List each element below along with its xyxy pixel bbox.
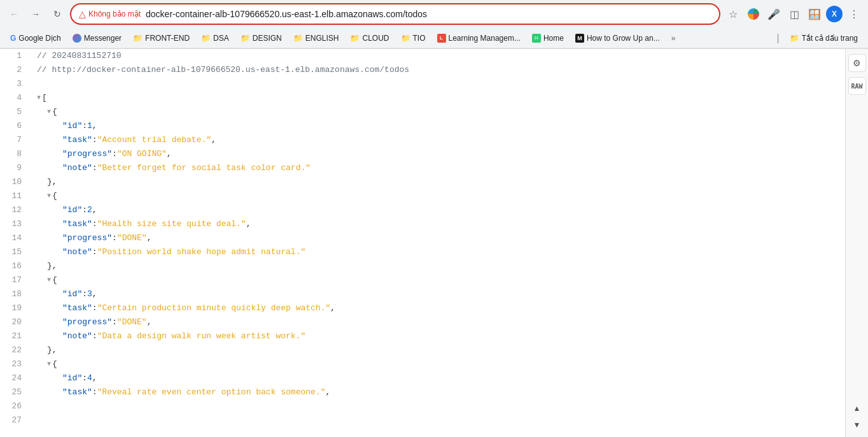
browser-chrome: ← → ↻ △ Không bảo mật docker-container-a… (0, 0, 868, 49)
extensions-button[interactable]: 🪟 (806, 5, 823, 23)
key-id-1: "id" (62, 119, 82, 133)
json-line-1: // 20240831152710 (32, 49, 845, 63)
val-task-1: "Account trial debate." (97, 133, 211, 147)
bookmarks-bar: G Google Dịch Messenger 📁 FRONT-END 📁 DS… (0, 28, 868, 48)
json-line-19: "task" : "Certain production minute quic… (32, 301, 845, 315)
turn-off-bookmarks-button[interactable]: 📁 Tắt cả dấu trang (785, 31, 863, 46)
content-area: 1 2 3 4 5 6 7 8 9 10 11 12 13 14 15 16 1… (0, 49, 868, 437)
comment-2: // http://docker-container-alb-107966652… (37, 63, 409, 77)
obj-2-open: { (52, 189, 57, 203)
val-note-2: "Position world shake hope admit natural… (97, 245, 306, 259)
security-warning-text: Không bảo mật (88, 10, 141, 18)
json-line-4: [ (32, 91, 845, 105)
obj-1-close: }, (47, 175, 57, 189)
bookmark-home[interactable]: H Home (527, 31, 569, 46)
json-line-20: "progress" : "DONE" , (32, 315, 845, 329)
key-id-3: "id" (62, 287, 82, 301)
toggle-obj-4[interactable] (47, 357, 51, 371)
val-task-2: "Health size site quite deal." (97, 217, 246, 231)
key-id-4: "id" (62, 371, 82, 385)
line-num-26: 26 (0, 399, 27, 413)
line-numbers: 1 2 3 4 5 6 7 8 9 10 11 12 13 14 15 16 1… (0, 49, 32, 437)
nav-bar: ← → ↻ △ Không bảo mật docker-container-a… (0, 0, 868, 28)
bookmark-label-tio: TIO (413, 34, 426, 43)
screen-cast-button[interactable]: ◫ (785, 5, 803, 23)
json-line-21: "note" : "Data a design walk run week ar… (32, 329, 845, 343)
bookmark-label-how-to-grow: How to Grow Up an... (587, 34, 660, 43)
toggle-obj-3[interactable] (47, 273, 51, 287)
bookmark-design[interactable]: 📁 DESIGN (235, 31, 287, 46)
val-task-3: "Certain production minute quickly deep … (97, 301, 331, 315)
line-num-15: 15 (0, 245, 27, 259)
bookmarks-more-button[interactable]: » (668, 32, 680, 44)
json-line-13: "task" : "Health size site quite deal." … (32, 217, 845, 231)
microphone-button[interactable]: 🎤 (765, 5, 783, 23)
line-num-8: 8 (0, 147, 27, 161)
line-num-7: 7 (0, 133, 27, 147)
line-num-3: 3 (0, 77, 27, 91)
json-line-6: "id" : 1 , (32, 119, 845, 133)
bookmark-label-learning: Learning Managem... (449, 34, 521, 43)
line-num-12: 12 (0, 203, 27, 217)
bookmark-english[interactable]: 📁 ENGLISH (288, 31, 344, 46)
json-line-23: { (32, 357, 845, 371)
line-num-11: 11 (0, 189, 27, 203)
forward-button[interactable]: → (27, 5, 45, 23)
folder-icon-frontend: 📁 (133, 34, 143, 43)
right-sidebar: ⚙ RAW ▲ ▼ (845, 49, 868, 437)
menu-button[interactable]: ⋮ (845, 5, 863, 23)
reload-button[interactable]: ↻ (48, 5, 66, 23)
key-progress-3: "progress" (62, 315, 112, 329)
bookmark-messenger[interactable]: Messenger (67, 31, 127, 46)
folder-icon-english: 📁 (293, 34, 303, 43)
line-num-17: 17 (0, 273, 27, 287)
obj-3-open: { (52, 273, 57, 287)
bookmark-cloud[interactable]: 📁 CLOUD (345, 31, 394, 46)
bookmark-learning[interactable]: L Learning Managem... (432, 31, 526, 46)
back-button[interactable]: ← (5, 5, 23, 23)
bookmark-how-to-grow[interactable]: M How to Grow Up an... (570, 31, 665, 46)
bookmark-label-home: Home (543, 34, 564, 43)
json-line-22: }, (32, 343, 845, 357)
json-line-18: "id" : 3 , (32, 287, 845, 301)
json-line-14: "progress" : "DONE" , (32, 231, 845, 245)
val-progress-3: "DONE" (117, 315, 147, 329)
line-num-18: 18 (0, 287, 27, 301)
val-id-3: 3 (87, 287, 92, 301)
bookmark-frontend[interactable]: 📁 FRONT-END (128, 31, 195, 46)
line-num-24: 24 (0, 371, 27, 385)
key-id-2: "id" (62, 203, 82, 217)
bookmark-label-dsa: DSA (213, 34, 229, 43)
bookmark-label-frontend: FRONT-END (145, 34, 190, 43)
bookmark-star-button[interactable]: ☆ (724, 5, 742, 23)
scroll-controls: ▲ ▼ (850, 401, 865, 433)
profile-button[interactable]: X (826, 6, 843, 22)
json-line-15: "note" : "Position world shake hope admi… (32, 245, 845, 259)
performance-button[interactable] (745, 5, 762, 23)
comment-1: // 20240831152710 (37, 49, 122, 63)
toggle-array[interactable] (37, 91, 41, 105)
nav-icons: ☆ 🎤 ◫ 🪟 X ⋮ (724, 5, 863, 23)
array-open-bracket: [ (42, 91, 47, 105)
obj-2-close: }, (47, 259, 57, 273)
toggle-obj-1[interactable] (47, 105, 51, 119)
bookmark-dsa[interactable]: 📁 DSA (196, 31, 234, 46)
learning-mgmt-icon: L (437, 34, 446, 43)
bookmark-google-translate[interactable]: G Google Dịch (5, 31, 66, 46)
line-num-1: 1 (0, 49, 27, 63)
toggle-obj-2[interactable] (47, 189, 51, 203)
google-translate-icon: G (10, 34, 16, 43)
json-line-25: "task" : "Reveal rate even center option… (32, 385, 845, 399)
scroll-up-button[interactable]: ▲ (850, 401, 865, 416)
settings-icon-button[interactable]: ⚙ (848, 54, 866, 72)
json-line-3 (32, 77, 845, 91)
bookmark-tio[interactable]: 📁 TIO (396, 31, 431, 46)
val-id-4: 4 (87, 371, 92, 385)
json-line-10: }, (32, 175, 845, 189)
raw-button[interactable]: RAW (848, 77, 866, 95)
address-bar[interactable]: △ Không bảo mật docker-container-alb-107… (70, 3, 720, 25)
scroll-down-button[interactable]: ▼ (850, 417, 865, 433)
key-task-1: "task" (62, 133, 92, 147)
bookmark-label-english: ENGLISH (305, 34, 339, 43)
key-note-3: "note" (62, 329, 92, 343)
